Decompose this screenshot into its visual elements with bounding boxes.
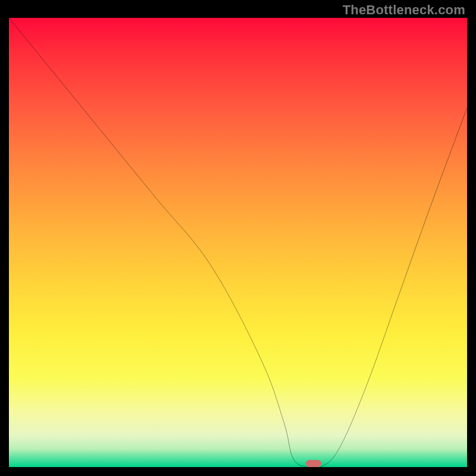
curve-svg — [9, 18, 467, 467]
watermark-text: TheBottleneck.com — [343, 2, 465, 18]
chart-frame: TheBottleneck.com — [0, 0, 476, 476]
plot-area — [9, 18, 467, 467]
optimal-marker — [306, 460, 321, 467]
bottleneck-curve-path — [9, 18, 467, 467]
